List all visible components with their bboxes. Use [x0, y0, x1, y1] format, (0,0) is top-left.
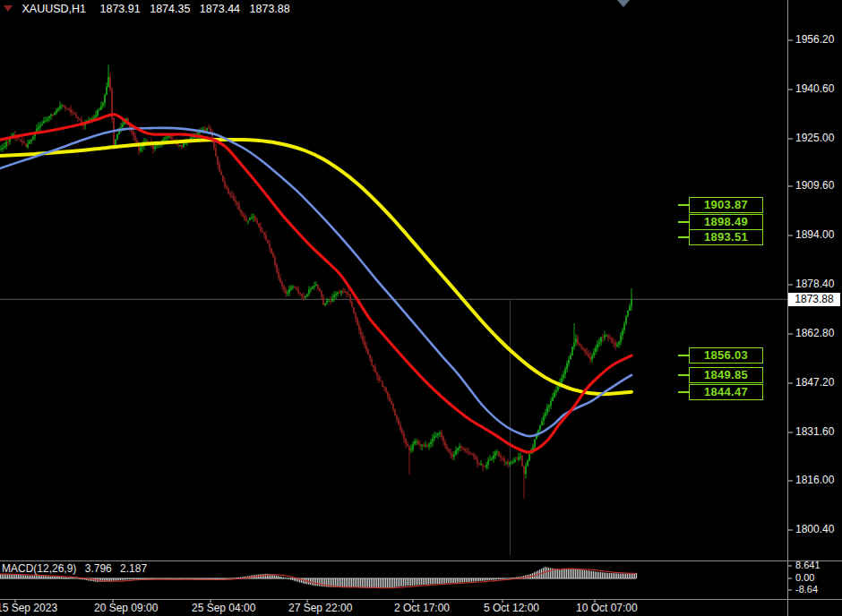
time-axis-label: 15 Sep 2023 — [0, 602, 57, 614]
price-level-tick — [678, 374, 689, 376]
price-level-tick — [678, 221, 689, 223]
time-axis-label: 10 Oct 07:00 — [576, 602, 638, 614]
price-axis-label: 1909.60 — [795, 179, 834, 192]
price-chart-canvas[interactable] — [0, 0, 842, 616]
price-level-tick — [678, 391, 689, 393]
price-axis-label: 1816.00 — [795, 474, 834, 486]
symbol-dropdown-icon[interactable] — [4, 5, 13, 12]
price-level-label: 1849.85 — [689, 367, 763, 383]
price-level-label: 1903.87 — [689, 197, 763, 213]
ohlc-high: 1874.35 — [150, 3, 190, 15]
macd-axis-label: 8.641 — [795, 560, 821, 570]
price-axis-label: 1831.60 — [795, 425, 834, 438]
macd-axis-label: -8.64 — [795, 584, 818, 595]
price-axis-separator — [787, 0, 788, 616]
price-axis-label: 1956.20 — [795, 33, 834, 46]
price-axis-label: 1800.40 — [795, 523, 834, 535]
time-axis-label: 27 Sep 22:00 — [288, 602, 352, 614]
current-price-tag: 1873.88 — [788, 293, 840, 306]
price-level-tick — [678, 204, 689, 206]
price-axis-label: 1847.20 — [795, 376, 834, 389]
ohlc-low: 1873.44 — [200, 3, 240, 15]
price-level-tick — [678, 236, 689, 238]
ohlc-open: 1873.91 — [100, 3, 141, 15]
chart-window: XAUUSD,H1 1873.91 1874.35 1873.44 1873.8… — [0, 0, 842, 616]
macd-name: MACD(12,26,9) — [2, 562, 76, 575]
time-axis-label: 2 Oct 17:00 — [394, 602, 450, 614]
price-level-label: 1856.03 — [689, 347, 763, 364]
price-level-tick — [678, 355, 689, 356]
macd-axis-label: 0.00 — [795, 572, 814, 583]
symbol-timeframe-label: XAUUSD,H1 — [21, 3, 86, 15]
chart-header: XAUUSD,H1 1873.91 1874.35 1873.44 1873.8… — [4, 3, 296, 15]
macd-main-value: 3.796 — [85, 562, 112, 575]
ohlc-close: 1873.88 — [250, 3, 290, 15]
macd-signal-value: 2.187 — [120, 562, 147, 575]
time-axis-label: 5 Oct 12:00 — [484, 602, 539, 614]
time-axis-separator — [0, 599, 842, 600]
price-level-label: 1893.51 — [689, 229, 763, 245]
price-level-label: 1844.47 — [689, 384, 763, 400]
price-level-label: 1898.49 — [689, 214, 763, 230]
time-axis-label: 20 Sep 09:00 — [94, 602, 158, 614]
macd-panel-separator[interactable] — [0, 560, 842, 561]
price-axis-label: 1862.80 — [795, 327, 834, 339]
price-axis-label: 1925.00 — [795, 132, 834, 144]
macd-indicator-label: MACD(12,26,9) 3.796 2.187 — [2, 562, 152, 575]
price-axis-label: 1940.60 — [795, 82, 834, 95]
price-axis-label: 1894.00 — [795, 228, 834, 241]
time-axis-label: 25 Sep 04:00 — [192, 602, 255, 614]
ma-yellow — [0, 140, 632, 394]
price-axis-label: 1878.40 — [795, 278, 834, 290]
chart-shift-marker-icon[interactable] — [617, 0, 630, 7]
